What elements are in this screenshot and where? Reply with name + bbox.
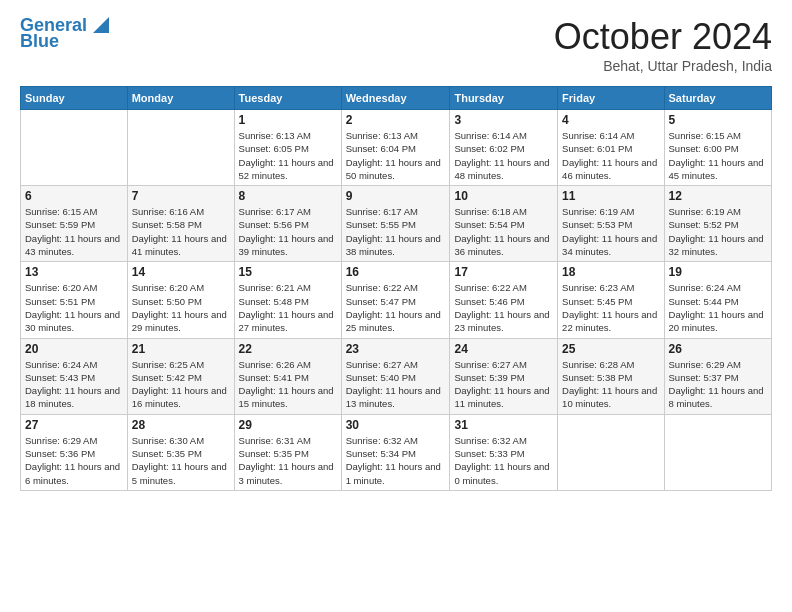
table-row: 23Sunrise: 6:27 AM Sunset: 5:40 PM Dayli… bbox=[341, 338, 450, 414]
day-number: 7 bbox=[132, 189, 230, 203]
day-info: Sunrise: 6:32 AM Sunset: 5:34 PM Dayligh… bbox=[346, 434, 446, 487]
location-subtitle: Behat, Uttar Pradesh, India bbox=[554, 58, 772, 74]
table-row: 31Sunrise: 6:32 AM Sunset: 5:33 PM Dayli… bbox=[450, 414, 558, 490]
day-info: Sunrise: 6:24 AM Sunset: 5:43 PM Dayligh… bbox=[25, 358, 123, 411]
day-number: 14 bbox=[132, 265, 230, 279]
day-number: 22 bbox=[239, 342, 337, 356]
table-row: 24Sunrise: 6:27 AM Sunset: 5:39 PM Dayli… bbox=[450, 338, 558, 414]
day-number: 6 bbox=[25, 189, 123, 203]
day-info: Sunrise: 6:13 AM Sunset: 6:05 PM Dayligh… bbox=[239, 129, 337, 182]
day-number: 4 bbox=[562, 113, 659, 127]
day-number: 26 bbox=[669, 342, 767, 356]
col-sunday: Sunday bbox=[21, 87, 128, 110]
col-thursday: Thursday bbox=[450, 87, 558, 110]
table-row: 5Sunrise: 6:15 AM Sunset: 6:00 PM Daylig… bbox=[664, 110, 771, 186]
day-info: Sunrise: 6:31 AM Sunset: 5:35 PM Dayligh… bbox=[239, 434, 337, 487]
calendar-week-1: 1Sunrise: 6:13 AM Sunset: 6:05 PM Daylig… bbox=[21, 110, 772, 186]
day-number: 10 bbox=[454, 189, 553, 203]
calendar-table: Sunday Monday Tuesday Wednesday Thursday… bbox=[20, 86, 772, 491]
table-row: 2Sunrise: 6:13 AM Sunset: 6:04 PM Daylig… bbox=[341, 110, 450, 186]
day-info: Sunrise: 6:22 AM Sunset: 5:47 PM Dayligh… bbox=[346, 281, 446, 334]
table-row: 22Sunrise: 6:26 AM Sunset: 5:41 PM Dayli… bbox=[234, 338, 341, 414]
table-row: 30Sunrise: 6:32 AM Sunset: 5:34 PM Dayli… bbox=[341, 414, 450, 490]
table-row: 3Sunrise: 6:14 AM Sunset: 6:02 PM Daylig… bbox=[450, 110, 558, 186]
col-saturday: Saturday bbox=[664, 87, 771, 110]
day-info: Sunrise: 6:13 AM Sunset: 6:04 PM Dayligh… bbox=[346, 129, 446, 182]
table-row bbox=[664, 414, 771, 490]
day-info: Sunrise: 6:21 AM Sunset: 5:48 PM Dayligh… bbox=[239, 281, 337, 334]
table-row: 19Sunrise: 6:24 AM Sunset: 5:44 PM Dayli… bbox=[664, 262, 771, 338]
svg-marker-0 bbox=[93, 17, 109, 33]
table-row: 12Sunrise: 6:19 AM Sunset: 5:52 PM Dayli… bbox=[664, 186, 771, 262]
day-number: 16 bbox=[346, 265, 446, 279]
day-number: 24 bbox=[454, 342, 553, 356]
table-row bbox=[127, 110, 234, 186]
day-number: 15 bbox=[239, 265, 337, 279]
day-info: Sunrise: 6:29 AM Sunset: 5:36 PM Dayligh… bbox=[25, 434, 123, 487]
table-row: 27Sunrise: 6:29 AM Sunset: 5:36 PM Dayli… bbox=[21, 414, 128, 490]
day-info: Sunrise: 6:29 AM Sunset: 5:37 PM Dayligh… bbox=[669, 358, 767, 411]
day-number: 5 bbox=[669, 113, 767, 127]
day-number: 11 bbox=[562, 189, 659, 203]
day-info: Sunrise: 6:24 AM Sunset: 5:44 PM Dayligh… bbox=[669, 281, 767, 334]
day-number: 30 bbox=[346, 418, 446, 432]
day-info: Sunrise: 6:17 AM Sunset: 5:55 PM Dayligh… bbox=[346, 205, 446, 258]
day-number: 29 bbox=[239, 418, 337, 432]
day-info: Sunrise: 6:27 AM Sunset: 5:40 PM Dayligh… bbox=[346, 358, 446, 411]
day-info: Sunrise: 6:27 AM Sunset: 5:39 PM Dayligh… bbox=[454, 358, 553, 411]
day-info: Sunrise: 6:22 AM Sunset: 5:46 PM Dayligh… bbox=[454, 281, 553, 334]
day-info: Sunrise: 6:19 AM Sunset: 5:52 PM Dayligh… bbox=[669, 205, 767, 258]
day-info: Sunrise: 6:14 AM Sunset: 6:02 PM Dayligh… bbox=[454, 129, 553, 182]
day-info: Sunrise: 6:18 AM Sunset: 5:54 PM Dayligh… bbox=[454, 205, 553, 258]
table-row: 28Sunrise: 6:30 AM Sunset: 5:35 PM Dayli… bbox=[127, 414, 234, 490]
day-info: Sunrise: 6:16 AM Sunset: 5:58 PM Dayligh… bbox=[132, 205, 230, 258]
day-number: 17 bbox=[454, 265, 553, 279]
day-number: 19 bbox=[669, 265, 767, 279]
page: General Blue October 2024 Behat, Uttar P… bbox=[0, 0, 792, 507]
day-number: 1 bbox=[239, 113, 337, 127]
table-row bbox=[558, 414, 664, 490]
day-info: Sunrise: 6:17 AM Sunset: 5:56 PM Dayligh… bbox=[239, 205, 337, 258]
day-number: 27 bbox=[25, 418, 123, 432]
day-number: 12 bbox=[669, 189, 767, 203]
day-number: 2 bbox=[346, 113, 446, 127]
day-number: 3 bbox=[454, 113, 553, 127]
col-friday: Friday bbox=[558, 87, 664, 110]
calendar-week-2: 6Sunrise: 6:15 AM Sunset: 5:59 PM Daylig… bbox=[21, 186, 772, 262]
table-row: 9Sunrise: 6:17 AM Sunset: 5:55 PM Daylig… bbox=[341, 186, 450, 262]
table-row: 18Sunrise: 6:23 AM Sunset: 5:45 PM Dayli… bbox=[558, 262, 664, 338]
table-row: 15Sunrise: 6:21 AM Sunset: 5:48 PM Dayli… bbox=[234, 262, 341, 338]
month-title: October 2024 bbox=[554, 16, 772, 58]
day-number: 20 bbox=[25, 342, 123, 356]
calendar-header-row: Sunday Monday Tuesday Wednesday Thursday… bbox=[21, 87, 772, 110]
day-info: Sunrise: 6:32 AM Sunset: 5:33 PM Dayligh… bbox=[454, 434, 553, 487]
day-info: Sunrise: 6:15 AM Sunset: 5:59 PM Dayligh… bbox=[25, 205, 123, 258]
logo-icon bbox=[89, 15, 109, 35]
table-row: 25Sunrise: 6:28 AM Sunset: 5:38 PM Dayli… bbox=[558, 338, 664, 414]
table-row: 7Sunrise: 6:16 AM Sunset: 5:58 PM Daylig… bbox=[127, 186, 234, 262]
day-info: Sunrise: 6:23 AM Sunset: 5:45 PM Dayligh… bbox=[562, 281, 659, 334]
col-tuesday: Tuesday bbox=[234, 87, 341, 110]
table-row: 20Sunrise: 6:24 AM Sunset: 5:43 PM Dayli… bbox=[21, 338, 128, 414]
day-number: 23 bbox=[346, 342, 446, 356]
day-info: Sunrise: 6:14 AM Sunset: 6:01 PM Dayligh… bbox=[562, 129, 659, 182]
table-row: 13Sunrise: 6:20 AM Sunset: 5:51 PM Dayli… bbox=[21, 262, 128, 338]
day-info: Sunrise: 6:28 AM Sunset: 5:38 PM Dayligh… bbox=[562, 358, 659, 411]
table-row: 14Sunrise: 6:20 AM Sunset: 5:50 PM Dayli… bbox=[127, 262, 234, 338]
logo: General Blue bbox=[20, 16, 109, 52]
table-row: 1Sunrise: 6:13 AM Sunset: 6:05 PM Daylig… bbox=[234, 110, 341, 186]
table-row bbox=[21, 110, 128, 186]
day-number: 18 bbox=[562, 265, 659, 279]
day-info: Sunrise: 6:20 AM Sunset: 5:51 PM Dayligh… bbox=[25, 281, 123, 334]
day-number: 21 bbox=[132, 342, 230, 356]
day-info: Sunrise: 6:25 AM Sunset: 5:42 PM Dayligh… bbox=[132, 358, 230, 411]
table-row: 26Sunrise: 6:29 AM Sunset: 5:37 PM Dayli… bbox=[664, 338, 771, 414]
day-info: Sunrise: 6:19 AM Sunset: 5:53 PM Dayligh… bbox=[562, 205, 659, 258]
logo-text-line2: Blue bbox=[20, 32, 59, 52]
day-number: 9 bbox=[346, 189, 446, 203]
calendar-week-5: 27Sunrise: 6:29 AM Sunset: 5:36 PM Dayli… bbox=[21, 414, 772, 490]
header: General Blue October 2024 Behat, Uttar P… bbox=[20, 16, 772, 74]
table-row: 8Sunrise: 6:17 AM Sunset: 5:56 PM Daylig… bbox=[234, 186, 341, 262]
day-info: Sunrise: 6:20 AM Sunset: 5:50 PM Dayligh… bbox=[132, 281, 230, 334]
table-row: 29Sunrise: 6:31 AM Sunset: 5:35 PM Dayli… bbox=[234, 414, 341, 490]
